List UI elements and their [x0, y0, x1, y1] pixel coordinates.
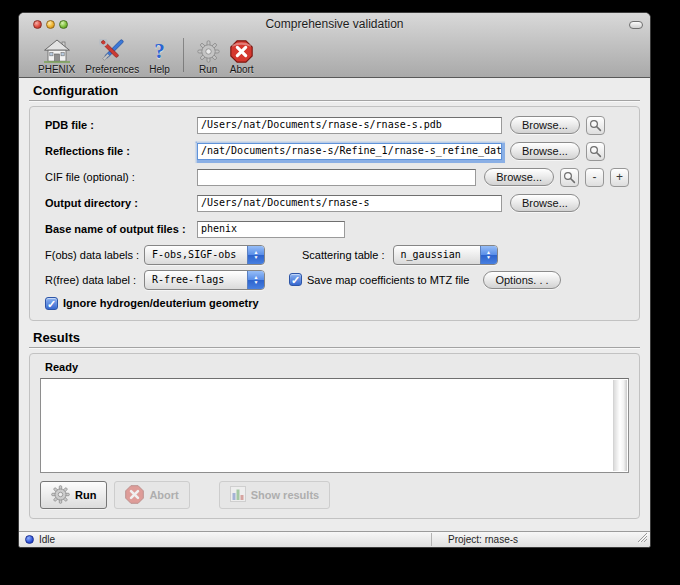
- cif-remove-button[interactable]: -: [585, 168, 604, 187]
- toolbar-label-run: Run: [199, 64, 217, 75]
- configuration-section-title: Configuration: [33, 83, 636, 98]
- window-controls: [33, 20, 68, 29]
- rfree-dropdown[interactable]: R-free-flags ▲▼: [144, 270, 265, 290]
- base-name-row: Base name of output files : phenix: [45, 216, 629, 242]
- reflections-search-button[interactable]: [586, 142, 605, 161]
- pdb-search-button[interactable]: [586, 116, 605, 135]
- run-button[interactable]: Run: [40, 481, 107, 509]
- cif-file-label: CIF file (optional) :: [45, 171, 197, 183]
- cif-add-button[interactable]: +: [610, 168, 629, 187]
- cif-search-button[interactable]: [560, 168, 579, 187]
- show-results-button[interactable]: Show results: [219, 481, 330, 509]
- pdb-file-label: PDB file :: [45, 119, 197, 131]
- scattering-table-dropdown[interactable]: n_gaussian ▲▼: [393, 245, 498, 265]
- rfree-row: R(free) data label : R-free-flags ▲▼ ✓ S…: [45, 267, 629, 292]
- toolbar-separator: [183, 38, 184, 72]
- show-results-button-label: Show results: [251, 489, 319, 501]
- abort-button[interactable]: Abort: [114, 481, 189, 509]
- toolbar-button-phenix[interactable]: PHENIX: [33, 36, 80, 75]
- search-icon: [589, 119, 602, 132]
- reflections-file-input[interactable]: /nat/Documents/rnase-s/Refine_1/rnase-s_…: [197, 143, 502, 160]
- toolbar-button-help[interactable]: ? Help: [144, 36, 175, 75]
- window-chrome: Comprehensive validation PHENIX: [19, 13, 650, 78]
- resize-grip[interactable]: [636, 531, 648, 545]
- gear-icon: [51, 485, 70, 506]
- data-labels-row: F(obs) data labels : F-obs,SIGF-obs ▲▼ S…: [45, 242, 629, 267]
- reflections-browse-button[interactable]: Browse...: [510, 142, 580, 160]
- pdb-file-input[interactable]: /Users/nat/Documents/rnase-s/rnase-s.pdb: [197, 117, 502, 134]
- run-button-label: Run: [75, 489, 96, 501]
- save-map-checkbox[interactable]: ✓: [289, 273, 302, 286]
- window-close-button[interactable]: [33, 20, 42, 29]
- bar-chart-icon: [230, 486, 246, 504]
- cif-file-input[interactable]: [197, 169, 476, 186]
- help-icon: ?: [154, 37, 165, 63]
- toolbar-label-help: Help: [149, 64, 170, 75]
- reflections-file-label: Reflections file :: [45, 145, 197, 157]
- config-groupbox: PDB file : /Users/nat/Documents/rnase-s/…: [29, 106, 640, 321]
- action-buttons-row: Run Abort: [40, 481, 629, 509]
- abort-button-label: Abort: [149, 489, 178, 501]
- app-window: Comprehensive validation PHENIX: [18, 12, 651, 548]
- ignore-hydrogen-checkbox[interactable]: ✓: [45, 297, 58, 310]
- abort-icon: [125, 485, 144, 506]
- rfree-dropdown-value: R-free-flags: [145, 274, 247, 285]
- base-name-input[interactable]: phenix: [197, 221, 345, 238]
- toolbar-button-run[interactable]: Run: [192, 36, 225, 75]
- toolbar-toggle-button[interactable]: [629, 21, 643, 29]
- output-directory-label: Output directory :: [45, 197, 197, 209]
- rfree-label: R(free) data label :: [45, 274, 144, 286]
- statusbar-divider: [431, 533, 432, 546]
- results-log-area[interactable]: [40, 378, 629, 473]
- section-divider: [29, 347, 640, 349]
- toolbar: PHENIX Preferences: [19, 35, 650, 77]
- abort-icon: [230, 37, 253, 63]
- tools-icon: [99, 37, 125, 63]
- toolbar-label-preferences: Preferences: [85, 64, 139, 75]
- chevron-up-down-icon: ▲▼: [247, 271, 264, 289]
- results-groupbox: Ready: [29, 353, 640, 519]
- vertical-scrollbar[interactable]: [613, 380, 627, 471]
- save-map-label: Save map coefficients to MTZ file: [307, 274, 469, 286]
- results-section-title: Results: [33, 330, 636, 345]
- pdb-browse-button[interactable]: Browse...: [510, 116, 580, 134]
- toolbar-button-abort[interactable]: Abort: [225, 36, 259, 75]
- scattering-table-dropdown-value: n_gaussian: [394, 249, 480, 260]
- cif-browse-button[interactable]: Browse...: [484, 168, 554, 186]
- pdb-file-row: PDB file : /Users/nat/Documents/rnase-s/…: [45, 112, 629, 138]
- fobs-dropdown[interactable]: F-obs,SIGF-obs ▲▼: [144, 245, 265, 265]
- toolbar-button-preferences[interactable]: Preferences: [80, 36, 144, 75]
- toolbar-label-abort: Abort: [230, 64, 254, 75]
- window-minimize-button[interactable]: [46, 20, 55, 29]
- fobs-label: F(obs) data labels :: [45, 249, 144, 261]
- results-status-text: Ready: [45, 361, 629, 373]
- main-content: Configuration PDB file : /Users/nat/Docu…: [19, 78, 650, 531]
- base-name-label: Base name of output files :: [45, 223, 197, 235]
- title-bar[interactable]: Comprehensive validation: [19, 13, 650, 35]
- reflections-file-row: Reflections file : /nat/Documents/rnase-…: [45, 138, 629, 164]
- chevron-up-down-icon: ▲▼: [480, 246, 497, 264]
- options-button[interactable]: Options. . .: [483, 271, 560, 289]
- home-icon: [44, 37, 70, 63]
- window-title: Comprehensive validation: [265, 17, 403, 31]
- status-text: Idle: [39, 534, 55, 545]
- output-directory-input[interactable]: /Users/nat/Documents/rnase-s: [197, 195, 502, 212]
- ignore-hydrogen-label: Ignore hydrogen/deuterium geometry: [63, 297, 259, 309]
- scattering-table-label: Scattering table :: [302, 249, 385, 261]
- section-divider: [29, 100, 640, 102]
- window-zoom-button[interactable]: [59, 20, 68, 29]
- output-directory-row: Output directory : /Users/nat/Documents/…: [45, 190, 629, 216]
- status-bar: Idle Project: rnase-s: [19, 531, 650, 547]
- output-directory-browse-button[interactable]: Browse...: [510, 194, 580, 212]
- search-icon: [589, 145, 602, 158]
- project-label: Project: rnase-s: [448, 534, 518, 545]
- search-icon: [563, 171, 576, 184]
- fobs-dropdown-value: F-obs,SIGF-obs: [145, 249, 247, 260]
- cif-file-row: CIF file (optional) : Browse... - +: [45, 164, 629, 190]
- toolbar-label-phenix: PHENIX: [38, 64, 75, 75]
- gear-icon: [197, 37, 220, 63]
- status-indicator-icon: [25, 535, 34, 544]
- chevron-up-down-icon: ▲▼: [247, 246, 264, 264]
- ignore-hydrogen-row: ✓ Ignore hydrogen/deuterium geometry: [45, 293, 629, 313]
